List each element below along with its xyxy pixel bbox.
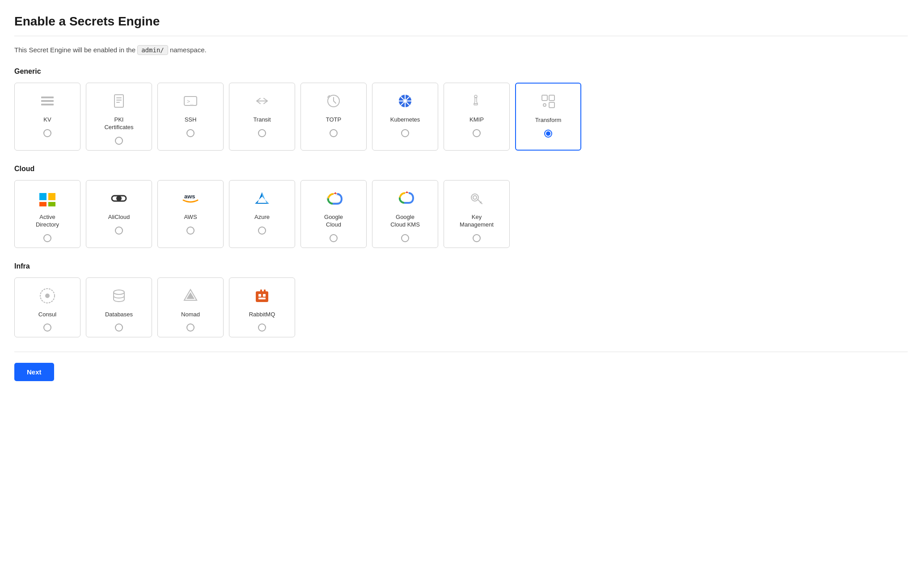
card-label-active-directory: Active Directory xyxy=(36,214,59,229)
cards-grid-cloud: Active Directory AliCloud aws AWS Azure … xyxy=(14,180,908,248)
transform-icon xyxy=(537,91,559,112)
card-databases[interactable]: Databases xyxy=(86,277,152,338)
next-button[interactable]: Next xyxy=(14,363,54,381)
svg-rect-3 xyxy=(114,95,123,107)
pki-icon xyxy=(108,90,130,112)
card-transform[interactable]: Transform xyxy=(515,83,581,151)
radio-kubernetes[interactable] xyxy=(401,129,409,137)
card-label-key-management: Key Management xyxy=(460,214,494,229)
radio-rabbitmq[interactable] xyxy=(258,323,266,332)
svg-rect-45 xyxy=(258,294,261,297)
radio-transform[interactable] xyxy=(544,130,552,138)
radio-google-cloud[interactable] xyxy=(330,234,338,242)
card-label-transit: Transit xyxy=(253,116,271,124)
active-directory-icon xyxy=(37,188,58,209)
svg-text:>_: >_ xyxy=(187,98,194,105)
card-kv[interactable]: KV xyxy=(14,83,80,151)
title-divider xyxy=(14,36,908,36)
google-cloud-kms-icon xyxy=(394,188,416,209)
card-consul[interactable]: Consul xyxy=(14,277,80,338)
card-label-google-cloud: Google Cloud xyxy=(324,214,343,229)
card-label-transform: Transform xyxy=(535,117,562,124)
svg-rect-4 xyxy=(116,97,122,98)
radio-aws[interactable] xyxy=(186,227,195,235)
card-label-alicloud: AliCloud xyxy=(108,214,130,221)
card-label-rabbitmq: RabbitMQ xyxy=(249,311,275,319)
card-label-databases: Databases xyxy=(105,311,133,319)
card-label-aws: AWS xyxy=(184,214,197,221)
radio-consul[interactable] xyxy=(43,323,51,332)
svg-rect-23 xyxy=(549,95,554,101)
section-title-cloud: Cloud xyxy=(14,165,908,173)
svg-rect-22 xyxy=(542,95,547,101)
card-label-google-cloud-kms: Google Cloud KMS xyxy=(390,214,420,229)
svg-marker-35 xyxy=(262,192,269,204)
svg-marker-43 xyxy=(186,292,195,299)
key-management-icon xyxy=(466,188,487,209)
svg-rect-26 xyxy=(39,193,47,200)
radio-totp[interactable] xyxy=(330,129,338,137)
svg-rect-6 xyxy=(116,102,120,103)
card-key-management[interactable]: Key Management xyxy=(444,180,510,248)
svg-rect-2 xyxy=(41,104,54,105)
aws-icon: aws xyxy=(180,188,201,209)
card-google-cloud-kms[interactable]: Google Cloud KMS xyxy=(372,180,438,248)
card-azure[interactable]: Azure xyxy=(229,180,295,248)
svg-rect-44 xyxy=(256,291,268,302)
card-totp[interactable]: TOTP xyxy=(300,83,367,151)
radio-kmip[interactable] xyxy=(473,129,481,137)
card-transit[interactable]: Transit xyxy=(229,83,295,151)
subtitle: This Secret Engine will be enabled in th… xyxy=(14,45,908,55)
svg-rect-5 xyxy=(116,100,122,101)
card-label-ssh: SSH xyxy=(185,116,197,124)
radio-databases[interactable] xyxy=(115,323,123,332)
radio-alicloud[interactable] xyxy=(115,227,123,235)
card-pki[interactable]: PKI Certificates xyxy=(86,83,152,151)
card-label-pki: PKI Certificates xyxy=(104,116,133,131)
card-alicloud[interactable]: AliCloud xyxy=(86,180,152,248)
svg-rect-49 xyxy=(264,290,266,292)
svg-rect-29 xyxy=(48,202,55,206)
page-title: Enable a Secrets Engine xyxy=(14,14,908,29)
card-nomad[interactable]: Nomad xyxy=(157,277,224,338)
nomad-icon xyxy=(180,285,201,307)
svg-rect-48 xyxy=(260,290,262,292)
ssh-icon: >_ xyxy=(180,90,201,112)
card-google-cloud[interactable]: Google Cloud xyxy=(300,180,367,248)
radio-nomad[interactable] xyxy=(186,323,195,332)
radio-pki[interactable] xyxy=(115,137,123,145)
svg-point-25 xyxy=(543,104,546,106)
section-infra: Infra Consul Databases Nomad RabbitMQ xyxy=(14,262,908,338)
radio-key-management[interactable] xyxy=(473,234,481,242)
svg-rect-24 xyxy=(549,102,554,108)
radio-active-directory[interactable] xyxy=(43,234,51,242)
radio-google-cloud-kms[interactable] xyxy=(401,234,409,242)
svg-rect-28 xyxy=(39,202,47,206)
card-rabbitmq[interactable]: RabbitMQ xyxy=(229,277,295,338)
section-title-generic: Generic xyxy=(14,67,908,76)
card-aws[interactable]: aws AWS xyxy=(157,180,224,248)
radio-kv[interactable] xyxy=(43,129,51,137)
card-kmip[interactable]: KMIP xyxy=(444,83,510,151)
svg-rect-31 xyxy=(116,196,122,201)
svg-rect-46 xyxy=(263,294,266,297)
card-ssh[interactable]: >_ SSH xyxy=(157,83,224,151)
azure-icon xyxy=(251,188,273,209)
svg-point-40 xyxy=(45,294,50,298)
radio-transit[interactable] xyxy=(258,129,266,137)
card-label-kmip: KMIP xyxy=(469,116,484,124)
consul-icon xyxy=(37,285,58,307)
card-active-directory[interactable]: Active Directory xyxy=(14,180,80,248)
card-label-kv: KV xyxy=(43,116,51,124)
svg-rect-1 xyxy=(41,100,54,102)
svg-marker-34 xyxy=(255,192,262,204)
sections-container: Generic KV PKI Certificates >_ SSH Trans… xyxy=(14,67,908,337)
card-label-nomad: Nomad xyxy=(181,311,200,319)
radio-ssh[interactable] xyxy=(186,129,195,137)
card-label-consul: Consul xyxy=(38,311,56,319)
card-kubernetes[interactable]: Kubernetes xyxy=(372,83,438,151)
card-label-kubernetes: Kubernetes xyxy=(390,116,420,124)
radio-azure[interactable] xyxy=(258,227,266,235)
svg-point-11 xyxy=(403,99,407,103)
card-label-azure: Azure xyxy=(254,214,270,221)
